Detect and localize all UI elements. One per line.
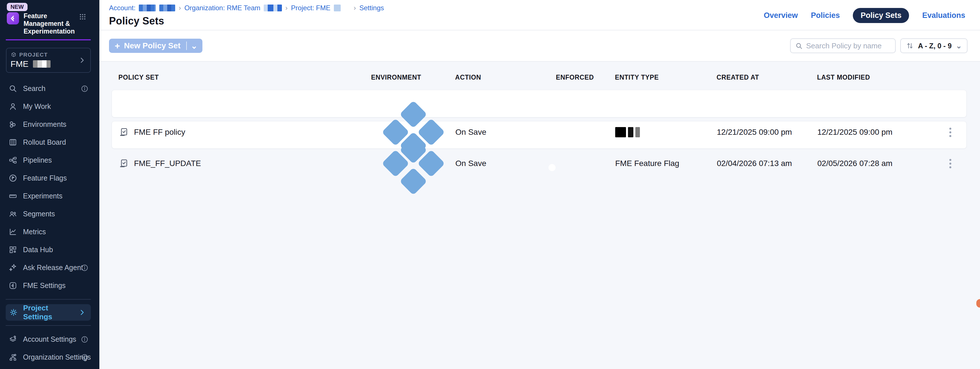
breadcrumb-organization-link[interactable]: Organization: RME Team: [184, 4, 260, 12]
entity-type-cell: FME Feature Flag: [615, 159, 717, 168]
top-nav: Overview Policies Policy Sets Evaluation…: [764, 8, 965, 23]
tab-overview[interactable]: Overview: [764, 11, 798, 20]
sidebar-item-label: Experiments: [23, 192, 62, 200]
gear-icon: [9, 308, 18, 317]
sidebar-item-search[interactable]: Search: [0, 80, 99, 97]
fme-app-logo-icon[interactable]: [7, 12, 19, 24]
column-header-last-modified: LAST MODIFIED: [817, 73, 934, 81]
redacted-entity-type: [615, 127, 717, 137]
sidebar-item-label: Search: [23, 85, 45, 93]
info-icon[interactable]: [81, 264, 89, 272]
policy-set-name[interactable]: FME_FF_UPDATE: [134, 159, 201, 168]
breadcrumb-project-link[interactable]: Project: FME: [291, 4, 331, 12]
sidebar-item-metrics[interactable]: Metrics: [0, 223, 99, 241]
sidebar-item-account-settings[interactable]: Account Settings: [0, 330, 99, 348]
cube-icon: [11, 52, 17, 58]
breadcrumb-settings-link[interactable]: Settings: [360, 4, 384, 12]
environment-cell: [371, 121, 455, 206]
environment-diamond-icon: [371, 121, 455, 206]
sidebar-item-label: Account Settings: [23, 335, 76, 343]
sidebar: NEW Feature Management & Experimentation: [0, 0, 99, 369]
sidebar-divider: [6, 325, 91, 326]
sidebar-item-label: Feature Flags: [23, 174, 67, 182]
project-name: FME: [11, 59, 29, 69]
redacted-project-suffix: [334, 5, 340, 11]
info-icon[interactable]: [81, 353, 89, 361]
sidebar-item-my-work[interactable]: My Work: [0, 97, 99, 115]
app-title-line: Experimentation: [24, 27, 73, 35]
sidebar-divider: [6, 299, 91, 300]
org-chart-gear-icon: [8, 353, 18, 362]
sidebar-item-pipelines[interactable]: Pipelines: [0, 151, 99, 169]
chevron-right-icon: ›: [178, 4, 181, 12]
sidebar-item-label: Ask Release Agent: [23, 264, 83, 272]
created-at-cell: 12/21/2025 09:00 pm: [717, 128, 817, 137]
sidebar-item-label: Project Settings: [23, 304, 78, 321]
search-box: [790, 38, 896, 53]
sidebar-item-environments[interactable]: Environments: [0, 115, 99, 133]
column-header-action: ACTION: [455, 73, 556, 81]
new-policy-set-button[interactable]: + New Policy Set ⌄: [109, 39, 202, 53]
info-icon[interactable]: [81, 85, 89, 93]
sidebar-item-segments[interactable]: Segments: [0, 205, 99, 223]
sort-label: A - Z, 0 - 9: [918, 42, 952, 50]
hexagons-icon: [8, 120, 18, 129]
table-row[interactable]: FME FF policy On Save 12/21/2025 09:: [111, 90, 967, 117]
policy-set-cell: FME_FF_UPDATE: [119, 158, 371, 169]
policy-set-cell: FME FF policy: [119, 127, 371, 137]
sidebar-item-project-settings[interactable]: Project Settings: [6, 304, 91, 321]
row-menu-kebab-icon[interactable]: [948, 126, 953, 139]
chevron-right-icon: ›: [285, 4, 288, 12]
tab-policy-sets-active[interactable]: Policy Sets: [853, 8, 909, 23]
app-title: Feature Management & Experimentation: [24, 12, 73, 35]
ruler-icon: [8, 192, 18, 200]
policy-sets-panel: POLICY SET ENVIRONMENT ACTION ENFORCED E…: [99, 62, 980, 369]
button-divider: [186, 42, 187, 50]
app-switcher-grid-icon[interactable]: [79, 13, 86, 21]
breadcrumb-account-link[interactable]: Account:: [109, 4, 135, 12]
sort-arrows-icon: [906, 42, 914, 50]
sidebar-item-organization-settings[interactable]: Organization Settings: [0, 348, 99, 366]
column-header-created-at: CREATED AT: [716, 73, 817, 81]
search-icon: [795, 42, 803, 50]
chart-icon: [8, 227, 18, 236]
sidebar-item-fme-settings[interactable]: FME Settings: [0, 276, 99, 294]
column-header-environment: ENVIRONMENT: [371, 73, 455, 81]
entity-type-cell: [615, 127, 717, 137]
tab-evaluations[interactable]: Evaluations: [922, 11, 965, 20]
toolbar-right: A - Z, 0 - 9 ⌄: [790, 38, 967, 53]
table-header-row: POLICY SET ENVIRONMENT ACTION ENFORCED E…: [111, 73, 967, 81]
sidebar-item-label: Environments: [23, 120, 67, 128]
action-cell: On Save: [455, 159, 556, 168]
sidebar-item-rollout-board[interactable]: Rollout Board: [0, 133, 99, 151]
new-badge: NEW: [7, 3, 27, 11]
fme-logo-icon: [8, 281, 18, 290]
chevron-down-icon[interactable]: ⌄: [191, 41, 197, 51]
sidebar-item-label: Pipelines: [23, 156, 52, 164]
data-grid-icon: [8, 245, 18, 254]
sidebar-item-feature-flags[interactable]: Feature Flags: [0, 169, 99, 187]
sparkles-icon: [8, 263, 18, 272]
tab-policies[interactable]: Policies: [811, 11, 840, 20]
column-header-entity-type: ENTITY TYPE: [615, 73, 716, 81]
chevron-right-icon: [78, 57, 86, 64]
project-selector-header: PROJECT: [11, 52, 86, 58]
people-icon: [8, 209, 18, 218]
created-at-cell: 02/04/2026 07:13 am: [717, 159, 817, 168]
search-policy-input[interactable]: [806, 42, 891, 50]
sort-button[interactable]: A - Z, 0 - 9 ⌄: [900, 38, 967, 53]
toolbar: + New Policy Set ⌄ A - Z, 0 - 9 ⌄: [99, 30, 980, 62]
chevron-down-icon: ⌄: [956, 42, 962, 50]
sidebar-item-experiments[interactable]: Experiments: [0, 187, 99, 205]
sidebar-item-ask-release-agent[interactable]: Ask Release Agent: [0, 259, 99, 276]
sidebar-item-data-hub[interactable]: Data Hub: [0, 241, 99, 259]
row-menu-kebab-icon[interactable]: [948, 157, 953, 170]
project-selector[interactable]: PROJECT FME: [6, 48, 91, 73]
info-icon[interactable]: [81, 335, 89, 343]
new-policy-set-label: New Policy Set: [124, 41, 181, 50]
last-modified-cell: 02/05/2026 07:28 am: [817, 159, 934, 168]
last-modified-cell: 12/21/2025 09:00 pm: [817, 128, 934, 137]
app-title-line: Feature: [24, 12, 73, 20]
policy-set-name[interactable]: FME FF policy: [134, 128, 185, 137]
action-cell: On Save: [455, 128, 556, 137]
